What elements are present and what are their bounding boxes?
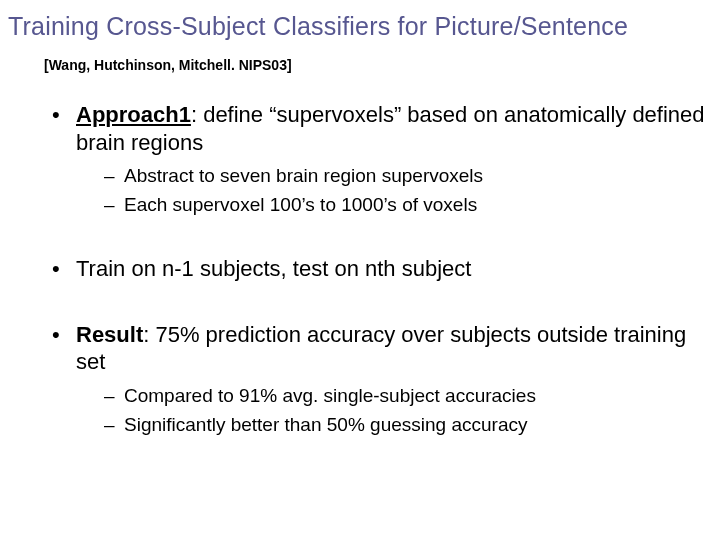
citation-text: [Wang, Hutchinson, Mitchell. NIPS03] <box>44 57 712 73</box>
bullet-list: Result: 75% prediction accuracy over sub… <box>52 321 712 437</box>
bullet-approach-lead: Approach1 <box>76 102 191 127</box>
slide-title: Training Cross-Subject Classifiers for P… <box>8 12 712 41</box>
bullet-train: Train on n-1 subjects, test on nth subje… <box>52 255 712 283</box>
bullet-approach: Approach1: define “supervoxels” based on… <box>52 101 712 217</box>
bullet-result-lead: Result <box>76 322 143 347</box>
sub-item: Compared to 91% avg. single-subject accu… <box>104 384 712 409</box>
sub-list-result: Compared to 91% avg. single-subject accu… <box>104 384 712 437</box>
bullet-result-rest: : 75% prediction accuracy over subjects … <box>76 322 686 375</box>
slide: Training Cross-Subject Classifiers for P… <box>0 0 720 437</box>
bullet-list: Train on n-1 subjects, test on nth subje… <box>52 255 712 283</box>
sub-item: Significantly better than 50% guessing a… <box>104 413 712 438</box>
sub-list-approach: Abstract to seven brain region supervoxe… <box>104 164 712 217</box>
sub-item: Each supervoxel 100’s to 1000’s of voxel… <box>104 193 712 218</box>
sub-item: Abstract to seven brain region supervoxe… <box>104 164 712 189</box>
bullet-result: Result: 75% prediction accuracy over sub… <box>52 321 712 437</box>
bullet-list: Approach1: define “supervoxels” based on… <box>52 101 712 217</box>
